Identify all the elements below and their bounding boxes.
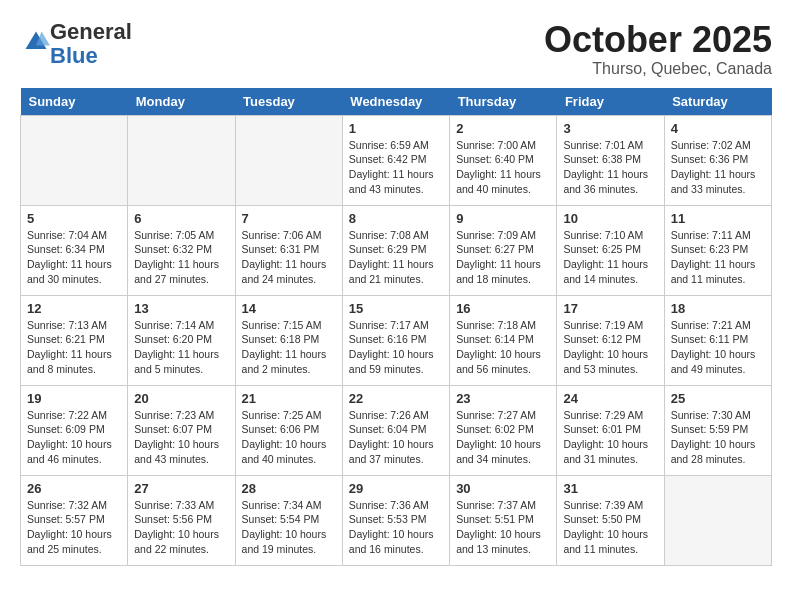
calendar-header-row: SundayMondayTuesdayWednesdayThursdayFrid…	[21, 88, 772, 116]
calendar-cell: 22 Sunrise: 7:26 AM Sunset: 6:04 PM Dayl…	[342, 385, 449, 475]
day-number: 27	[134, 481, 228, 496]
location: Thurso, Quebec, Canada	[544, 60, 772, 78]
calendar-week-row: 19 Sunrise: 7:22 AM Sunset: 6:09 PM Dayl…	[21, 385, 772, 475]
day-info: Sunrise: 7:36 AM Sunset: 5:53 PM Dayligh…	[349, 498, 443, 557]
calendar-cell: 21 Sunrise: 7:25 AM Sunset: 6:06 PM Dayl…	[235, 385, 342, 475]
calendar-cell: 18 Sunrise: 7:21 AM Sunset: 6:11 PM Dayl…	[664, 295, 771, 385]
day-info: Sunrise: 7:04 AM Sunset: 6:34 PM Dayligh…	[27, 228, 121, 287]
day-number: 29	[349, 481, 443, 496]
calendar-cell: 19 Sunrise: 7:22 AM Sunset: 6:09 PM Dayl…	[21, 385, 128, 475]
day-info: Sunrise: 7:05 AM Sunset: 6:32 PM Dayligh…	[134, 228, 228, 287]
calendar-cell: 13 Sunrise: 7:14 AM Sunset: 6:20 PM Dayl…	[128, 295, 235, 385]
day-info: Sunrise: 7:37 AM Sunset: 5:51 PM Dayligh…	[456, 498, 550, 557]
day-number: 30	[456, 481, 550, 496]
calendar-cell: 6 Sunrise: 7:05 AM Sunset: 6:32 PM Dayli…	[128, 205, 235, 295]
day-info: Sunrise: 7:19 AM Sunset: 6:12 PM Dayligh…	[563, 318, 657, 377]
calendar-cell: 26 Sunrise: 7:32 AM Sunset: 5:57 PM Dayl…	[21, 475, 128, 565]
day-of-week-header: Thursday	[450, 88, 557, 116]
calendar-cell: 4 Sunrise: 7:02 AM Sunset: 6:36 PM Dayli…	[664, 115, 771, 205]
calendar-cell: 11 Sunrise: 7:11 AM Sunset: 6:23 PM Dayl…	[664, 205, 771, 295]
day-info: Sunrise: 7:34 AM Sunset: 5:54 PM Dayligh…	[242, 498, 336, 557]
day-number: 16	[456, 301, 550, 316]
day-number: 23	[456, 391, 550, 406]
calendar-cell: 1 Sunrise: 6:59 AM Sunset: 6:42 PM Dayli…	[342, 115, 449, 205]
calendar-cell	[235, 115, 342, 205]
day-info: Sunrise: 7:33 AM Sunset: 5:56 PM Dayligh…	[134, 498, 228, 557]
day-number: 4	[671, 121, 765, 136]
day-of-week-header: Tuesday	[235, 88, 342, 116]
day-number: 28	[242, 481, 336, 496]
calendar-cell: 29 Sunrise: 7:36 AM Sunset: 5:53 PM Dayl…	[342, 475, 449, 565]
day-number: 1	[349, 121, 443, 136]
day-info: Sunrise: 7:13 AM Sunset: 6:21 PM Dayligh…	[27, 318, 121, 377]
day-info: Sunrise: 7:11 AM Sunset: 6:23 PM Dayligh…	[671, 228, 765, 287]
logo-icon	[22, 28, 50, 56]
calendar-week-row: 12 Sunrise: 7:13 AM Sunset: 6:21 PM Dayl…	[21, 295, 772, 385]
day-info: Sunrise: 7:23 AM Sunset: 6:07 PM Dayligh…	[134, 408, 228, 467]
day-info: Sunrise: 7:25 AM Sunset: 6:06 PM Dayligh…	[242, 408, 336, 467]
calendar-cell: 12 Sunrise: 7:13 AM Sunset: 6:21 PM Dayl…	[21, 295, 128, 385]
day-number: 14	[242, 301, 336, 316]
calendar-body: 1 Sunrise: 6:59 AM Sunset: 6:42 PM Dayli…	[21, 115, 772, 565]
calendar-cell: 10 Sunrise: 7:10 AM Sunset: 6:25 PM Dayl…	[557, 205, 664, 295]
day-number: 9	[456, 211, 550, 226]
day-number: 10	[563, 211, 657, 226]
day-info: Sunrise: 7:29 AM Sunset: 6:01 PM Dayligh…	[563, 408, 657, 467]
day-info: Sunrise: 7:39 AM Sunset: 5:50 PM Dayligh…	[563, 498, 657, 557]
day-number: 24	[563, 391, 657, 406]
calendar-cell: 23 Sunrise: 7:27 AM Sunset: 6:02 PM Dayl…	[450, 385, 557, 475]
month-year: October 2025	[544, 20, 772, 60]
day-info: Sunrise: 7:26 AM Sunset: 6:04 PM Dayligh…	[349, 408, 443, 467]
day-number: 22	[349, 391, 443, 406]
day-number: 17	[563, 301, 657, 316]
day-info: Sunrise: 7:01 AM Sunset: 6:38 PM Dayligh…	[563, 138, 657, 197]
calendar-cell: 3 Sunrise: 7:01 AM Sunset: 6:38 PM Dayli…	[557, 115, 664, 205]
day-number: 2	[456, 121, 550, 136]
day-info: Sunrise: 6:59 AM Sunset: 6:42 PM Dayligh…	[349, 138, 443, 197]
calendar-cell	[128, 115, 235, 205]
day-info: Sunrise: 7:08 AM Sunset: 6:29 PM Dayligh…	[349, 228, 443, 287]
day-info: Sunrise: 7:00 AM Sunset: 6:40 PM Dayligh…	[456, 138, 550, 197]
day-of-week-header: Monday	[128, 88, 235, 116]
day-info: Sunrise: 7:22 AM Sunset: 6:09 PM Dayligh…	[27, 408, 121, 467]
day-info: Sunrise: 7:21 AM Sunset: 6:11 PM Dayligh…	[671, 318, 765, 377]
calendar-cell: 15 Sunrise: 7:17 AM Sunset: 6:16 PM Dayl…	[342, 295, 449, 385]
day-of-week-header: Sunday	[21, 88, 128, 116]
day-number: 5	[27, 211, 121, 226]
day-number: 6	[134, 211, 228, 226]
logo-blue-text: Blue	[50, 43, 98, 68]
calendar-week-row: 1 Sunrise: 6:59 AM Sunset: 6:42 PM Dayli…	[21, 115, 772, 205]
day-info: Sunrise: 7:17 AM Sunset: 6:16 PM Dayligh…	[349, 318, 443, 377]
day-number: 31	[563, 481, 657, 496]
calendar-cell: 24 Sunrise: 7:29 AM Sunset: 6:01 PM Dayl…	[557, 385, 664, 475]
day-info: Sunrise: 7:15 AM Sunset: 6:18 PM Dayligh…	[242, 318, 336, 377]
day-of-week-header: Saturday	[664, 88, 771, 116]
calendar-cell	[21, 115, 128, 205]
title-area: October 2025 Thurso, Quebec, Canada	[544, 20, 772, 78]
day-of-week-header: Wednesday	[342, 88, 449, 116]
day-number: 26	[27, 481, 121, 496]
logo-general-text: General	[50, 19, 132, 44]
calendar-cell: 27 Sunrise: 7:33 AM Sunset: 5:56 PM Dayl…	[128, 475, 235, 565]
day-number: 25	[671, 391, 765, 406]
day-number: 21	[242, 391, 336, 406]
calendar-cell: 5 Sunrise: 7:04 AM Sunset: 6:34 PM Dayli…	[21, 205, 128, 295]
calendar-cell: 7 Sunrise: 7:06 AM Sunset: 6:31 PM Dayli…	[235, 205, 342, 295]
day-number: 8	[349, 211, 443, 226]
calendar-cell: 17 Sunrise: 7:19 AM Sunset: 6:12 PM Dayl…	[557, 295, 664, 385]
day-number: 3	[563, 121, 657, 136]
day-info: Sunrise: 7:32 AM Sunset: 5:57 PM Dayligh…	[27, 498, 121, 557]
day-info: Sunrise: 7:30 AM Sunset: 5:59 PM Dayligh…	[671, 408, 765, 467]
calendar-cell: 14 Sunrise: 7:15 AM Sunset: 6:18 PM Dayl…	[235, 295, 342, 385]
calendar-cell: 9 Sunrise: 7:09 AM Sunset: 6:27 PM Dayli…	[450, 205, 557, 295]
day-number: 13	[134, 301, 228, 316]
calendar-cell: 8 Sunrise: 7:08 AM Sunset: 6:29 PM Dayli…	[342, 205, 449, 295]
calendar-cell: 31 Sunrise: 7:39 AM Sunset: 5:50 PM Dayl…	[557, 475, 664, 565]
day-number: 15	[349, 301, 443, 316]
day-number: 20	[134, 391, 228, 406]
header: General Blue October 2025 Thurso, Quebec…	[20, 20, 772, 78]
day-number: 18	[671, 301, 765, 316]
logo: General Blue	[20, 20, 132, 68]
day-info: Sunrise: 7:02 AM Sunset: 6:36 PM Dayligh…	[671, 138, 765, 197]
calendar-week-row: 26 Sunrise: 7:32 AM Sunset: 5:57 PM Dayl…	[21, 475, 772, 565]
